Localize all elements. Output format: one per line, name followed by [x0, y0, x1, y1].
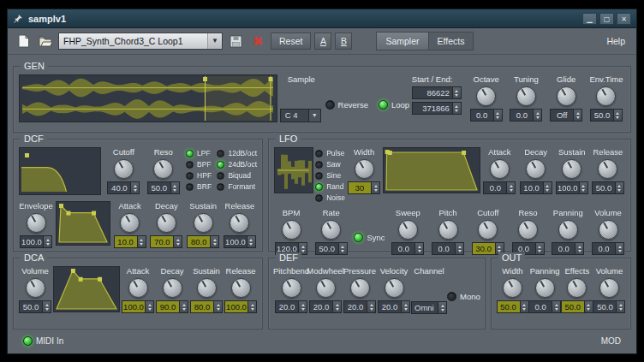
filter-type-bpf[interactable]: BPF [186, 160, 212, 169]
knob-spinbox[interactable]: 0.0 [552, 242, 584, 255]
knob-dial[interactable] [355, 159, 374, 179]
spin-arrows-icon[interactable] [573, 110, 581, 121]
knob-spinbox[interactable]: 50.0 [593, 300, 625, 313]
knob-value[interactable]: 50.0 [316, 243, 338, 254]
knob-spinbox[interactable]: 20.0 [309, 300, 342, 313]
lfo-shape-pulse[interactable]: Pulse [315, 149, 345, 157]
knob-value[interactable]: 20.0 [344, 301, 367, 312]
spin-arrows-icon[interactable] [543, 182, 552, 193]
knob-spinbox[interactable]: 30 [348, 181, 380, 194]
lfo-waveform-display[interactable] [274, 147, 313, 193]
knob-value[interactable]: 50.0 [148, 182, 170, 193]
help-menu[interactable]: Help [601, 34, 630, 48]
maximize-button[interactable]: ▢ [599, 13, 614, 25]
spin-arrows-icon[interactable] [575, 243, 583, 254]
knob-dial[interactable] [120, 213, 140, 233]
knob-value[interactable]: 70.0 [151, 236, 173, 247]
knob-value[interactable]: 20.0 [276, 301, 298, 312]
knob-spinbox[interactable]: 10.0 [520, 181, 552, 194]
filter-slope-12db[interactable]: 12dB/oct [217, 149, 257, 157]
knob-value[interactable]: 50.0 [20, 301, 42, 312]
spin-arrows-icon[interactable] [137, 236, 146, 247]
spin-arrows-icon[interactable] [615, 243, 623, 254]
knob-value[interactable]: 10.0 [115, 236, 137, 247]
close-button[interactable]: ✕ [617, 13, 631, 25]
knob-dial[interactable] [398, 220, 418, 240]
knob-dial[interactable] [490, 159, 510, 179]
spin-arrows-icon[interactable] [367, 301, 375, 312]
spin-arrows-icon[interactable] [42, 301, 51, 312]
knob-value[interactable]: 30 [349, 182, 371, 193]
loop-start-spinbox[interactable]: 86622 [412, 86, 462, 99]
channel-spinbox[interactable]: Omni [411, 301, 447, 314]
minimize-button[interactable]: ▁ [582, 13, 597, 25]
spin-arrows-icon[interactable] [506, 182, 515, 193]
spin-arrows-icon[interactable] [613, 110, 622, 121]
spin-arrows-icon[interactable] [338, 243, 347, 254]
knob-dial[interactable] [114, 159, 134, 179]
knob-value[interactable]: 0.0 [484, 182, 506, 193]
knob-spinbox[interactable]: 100.0 [224, 300, 257, 313]
loop-end-value[interactable]: 371866 [413, 103, 452, 114]
knob-value[interactable]: 0.0 [529, 301, 552, 312]
spin-arrows-icon[interactable] [520, 301, 528, 312]
spin-arrows-icon[interactable] [371, 182, 379, 193]
knob-value[interactable]: 90.0 [157, 301, 179, 312]
sample-waveform-display[interactable] [19, 74, 277, 122]
knob-dial[interactable] [194, 213, 213, 233]
knob-dial[interactable] [282, 220, 301, 240]
spin-arrows-icon[interactable] [455, 243, 463, 254]
knob-value[interactable]: 100.0 [225, 301, 247, 312]
reverse-toggle[interactable]: Reverse [325, 100, 368, 110]
tab-effects[interactable]: Effects [429, 32, 474, 50]
knob-spinbox[interactable]: 50.0 [561, 300, 593, 313]
dca-envelope-display[interactable] [53, 266, 120, 312]
knob-spinbox[interactable]: 40.0 [107, 181, 140, 194]
knob-dial[interactable] [567, 278, 587, 298]
sync-toggle[interactable]: Sync [354, 233, 385, 242]
knob-value[interactable]: 50.0 [498, 301, 520, 312]
knob-spinbox[interactable]: 90.0 [156, 300, 188, 313]
knob-dial[interactable] [350, 278, 370, 298]
spin-arrows-icon[interactable] [533, 110, 541, 121]
lfo-shape-sine[interactable]: Sine [315, 171, 345, 180]
knob-value[interactable]: 50.0 [591, 110, 613, 121]
knob-value[interactable]: 10.0 [521, 182, 543, 193]
knob-dial[interactable] [599, 220, 618, 240]
spin-arrows-icon[interactable] [616, 301, 624, 312]
sample-note-combo[interactable]: C 4 ▼ [280, 109, 321, 122]
knob-spinbox[interactable]: 50.0 [590, 109, 623, 122]
spin-arrows-icon[interactable] [452, 87, 461, 98]
mono-toggle[interactable]: Mono [447, 292, 480, 301]
loop-toggle[interactable]: Loop [379, 100, 409, 110]
spin-arrows-icon[interactable] [438, 302, 446, 313]
spin-arrows-icon[interactable] [552, 301, 560, 312]
knob-dial[interactable] [197, 278, 217, 298]
knob-value[interactable]: 50.0 [593, 301, 616, 312]
knob-spinbox[interactable]: 0.0 [528, 300, 561, 313]
knob-dial[interactable] [596, 86, 616, 106]
knob-spinbox[interactable]: 80.0 [190, 300, 223, 313]
knob-value[interactable]: 0.0 [392, 243, 414, 254]
spin-arrows-icon[interactable] [401, 301, 409, 312]
spin-arrows-icon[interactable] [452, 103, 461, 114]
knob-spinbox[interactable]: 100.0 [122, 300, 154, 313]
tab-sampler[interactable]: Sampler [376, 32, 428, 50]
knob-dial[interactable] [153, 159, 173, 179]
knob-value[interactable]: 100.0 [21, 236, 43, 247]
knob-spinbox[interactable]: 70.0 [150, 235, 182, 248]
new-preset-button[interactable] [14, 32, 33, 50]
loop-end-spinbox[interactable]: 371866 [412, 102, 462, 115]
preset-a-button[interactable]: A [314, 33, 331, 50]
knob-spinbox[interactable]: 20.0 [343, 300, 376, 313]
spin-arrows-icon[interactable] [43, 236, 51, 247]
knob-dial[interactable] [128, 278, 148, 298]
knob-value[interactable]: 0.0 [510, 110, 533, 121]
knob-dial[interactable] [157, 213, 176, 233]
knob-dial[interactable] [476, 86, 496, 106]
knob-dial[interactable] [282, 278, 301, 298]
spin-arrows-icon[interactable] [130, 182, 139, 193]
knob-dial[interactable] [516, 86, 536, 106]
dcf-envelope-display[interactable] [56, 201, 110, 246]
filter-type-lpf[interactable]: LPF [186, 149, 212, 157]
